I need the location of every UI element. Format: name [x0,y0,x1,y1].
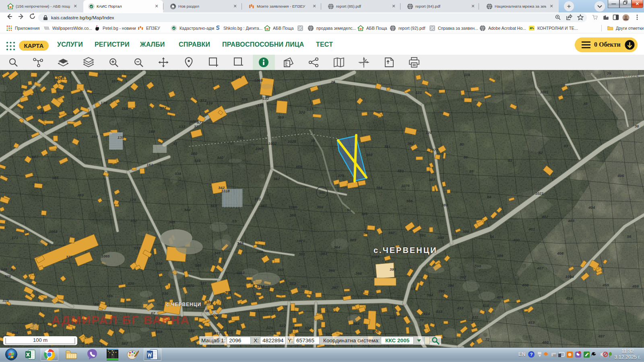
svg-text:163: 163 [40,110,47,115]
svg-text:567: 567 [122,341,128,346]
svg-text:408: 408 [522,283,529,287]
svg-text:407: 407 [537,266,544,270]
svg-text:170: 170 [130,197,136,202]
svg-text:366: 366 [355,271,362,276]
svg-text:356: 356 [206,300,213,304]
svg-text:380: 380 [366,152,373,157]
svg-text:1064: 1064 [49,229,58,234]
svg-text:369: 369 [277,115,284,119]
svg-text:382: 382 [407,141,414,146]
svg-text:158: 158 [122,106,128,111]
svg-text:387: 387 [429,177,436,182]
svg-text:347: 347 [214,251,221,255]
svg-text:393: 393 [390,267,396,272]
svg-text:1002: 1002 [268,141,277,146]
svg-text:355: 355 [225,290,232,294]
svg-text:1049: 1049 [0,267,7,272]
svg-text:1113: 1113 [237,270,245,275]
svg-text:137: 137 [307,107,314,111]
svg-text:362: 362 [273,177,280,181]
svg-text:53: 53 [232,219,237,223]
svg-text:1001: 1001 [540,90,548,94]
svg-text:346: 346 [195,263,202,267]
svg-text:568: 568 [156,329,163,334]
svg-text:405: 405 [617,173,624,178]
svg-text:70: 70 [419,318,424,322]
svg-text:41: 41 [173,141,178,146]
svg-text:401: 401 [528,227,535,231]
svg-text:1094: 1094 [565,274,574,279]
svg-text:157: 157 [111,79,118,83]
svg-text:171: 171 [12,235,18,240]
svg-text:168: 168 [52,175,59,180]
svg-text:394: 394 [427,293,433,297]
svg-text:120: 120 [425,130,432,135]
svg-text:1007: 1007 [210,313,219,318]
svg-text:138: 138 [118,135,124,140]
svg-text:391: 391 [419,233,426,237]
svg-text:340: 340 [217,155,224,160]
svg-text:341: 341 [237,135,244,140]
svg-text:350: 350 [277,267,284,272]
svg-text:378: 378 [338,173,345,178]
svg-text:343: 343 [210,204,217,208]
svg-text:335: 335 [128,281,134,286]
svg-text:457: 457 [598,334,605,338]
svg-text:397: 397 [460,275,466,279]
svg-text:55: 55 [490,234,494,239]
svg-text:502: 502 [326,332,332,336]
svg-text:357: 357 [200,281,207,286]
svg-text:413: 413 [436,309,443,314]
svg-text:331: 331 [254,197,261,201]
svg-text:385: 385 [361,212,368,216]
svg-text:403: 403 [568,218,575,223]
svg-text:332: 332 [130,218,137,223]
svg-text:119: 119 [464,72,470,77]
svg-text:453: 453 [528,320,535,325]
svg-text:518: 518 [226,330,233,335]
svg-text:330: 330 [162,291,169,296]
svg-text:167: 167 [32,154,39,159]
svg-text:501: 501 [319,191,325,195]
svg-text:135: 135 [257,103,264,107]
svg-text:412: 412 [457,306,464,310]
svg-text:524: 524 [305,326,312,330]
svg-text:29: 29 [330,80,335,84]
svg-text:349: 349 [256,249,263,254]
svg-text:351: 351 [299,252,305,256]
svg-text:411: 411 [471,315,478,319]
svg-text:455: 455 [602,283,609,287]
svg-text:56: 56 [627,234,632,239]
svg-text:374: 374 [235,75,242,79]
svg-text:388: 388 [442,203,448,207]
svg-text:61: 61 [11,267,15,272]
svg-text:345: 345 [169,220,175,224]
svg-text:326: 326 [4,274,11,278]
svg-text:367: 367 [332,285,339,290]
svg-text:336: 336 [106,294,113,298]
svg-text:399: 399 [497,253,504,258]
svg-text:517: 517 [214,331,221,335]
svg-text:?: ? [530,352,533,357]
svg-text:359: 359 [317,205,324,209]
svg-text:384: 384 [376,185,383,190]
svg-text:353: 353 [289,281,296,286]
svg-text:370: 370 [299,110,305,115]
svg-text:386: 386 [406,199,413,203]
svg-text:82: 82 [539,150,543,155]
svg-text:339: 339 [194,158,201,163]
svg-text:523: 523 [293,326,299,330]
svg-text:160: 160 [191,151,198,156]
svg-text:506: 506 [390,315,396,320]
svg-text:86: 86 [464,155,468,159]
svg-text:358: 358 [295,165,302,169]
svg-text:454: 454 [566,296,573,300]
svg-text:1020: 1020 [287,139,296,144]
svg-text:348: 348 [237,241,244,245]
svg-text:410: 410 [482,303,489,308]
svg-text:50: 50 [347,208,351,212]
svg-text:344: 344 [184,208,191,212]
svg-text:334: 334 [156,261,163,265]
svg-text:1072: 1072 [429,148,438,152]
svg-text:505: 505 [372,329,379,333]
